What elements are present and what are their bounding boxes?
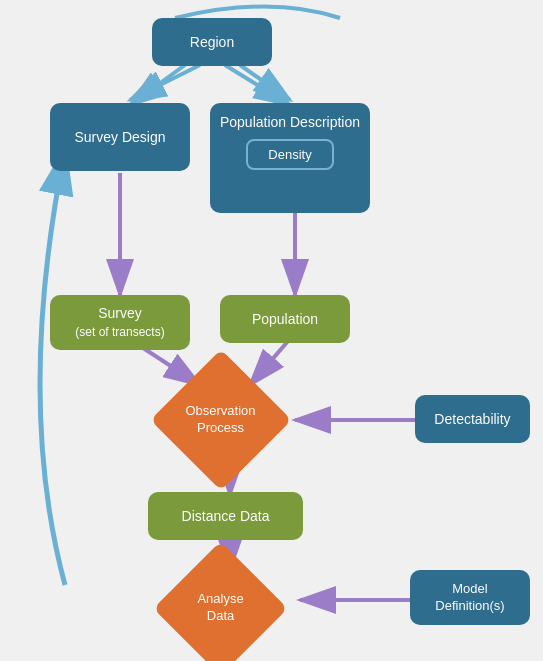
density-node: Density <box>246 139 333 170</box>
population-node: Population <box>220 295 350 343</box>
distance-data-node: Distance Data <box>148 492 303 540</box>
flowchart-diagram: Region Survey Design Population Descript… <box>0 0 543 661</box>
survey-design-node: Survey Design <box>50 103 190 171</box>
svg-line-3 <box>130 65 185 105</box>
detectability-node: Detectability <box>415 395 530 443</box>
survey-node: Survey(set of transects) <box>50 295 190 350</box>
population-description-node: Population Description Density <box>210 103 370 213</box>
region-node: Region <box>152 18 272 66</box>
observation-process-node: ObservationProcess <box>138 365 303 475</box>
model-definitions-node: ModelDefinition(s) <box>410 570 530 625</box>
analyse-data-node: AnalyseData <box>138 558 303 658</box>
svg-line-4 <box>225 65 290 105</box>
